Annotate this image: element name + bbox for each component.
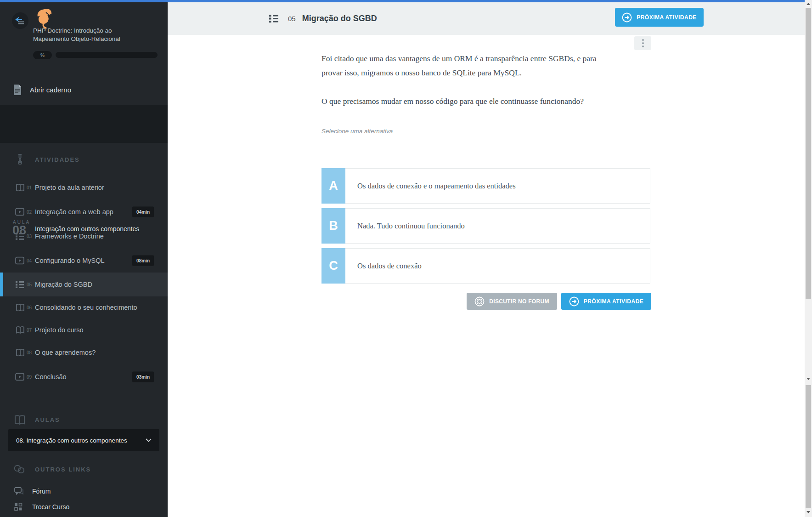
sidebar-item-activity-09[interactable]: 09 Conclusão 03min: [0, 365, 168, 388]
select-alternative-hint: Selecione uma alternativa: [321, 128, 619, 135]
book-icon: [15, 326, 25, 334]
activity-number: 02: [27, 210, 32, 215]
next-activity-button-label: PRÓXIMA ATIVIDADE: [637, 14, 697, 21]
sidebar-item-forum[interactable]: Fórum: [0, 484, 168, 498]
discuss-forum-button-label: DISCUTIR NO FORUM: [489, 298, 549, 305]
scroll-up-arrow-icon[interactable]: [806, 3, 810, 5]
sidebar-item-activity-04[interactable]: 04 Configurando o MySQL 08min: [0, 249, 168, 272]
activity-number: 09: [27, 375, 32, 380]
top-accent-bar: [0, 0, 805, 2]
other-links-header-label: OUTROS LINKS: [35, 466, 91, 473]
video-icon: [15, 257, 24, 265]
activity-duration-badge: 03min: [132, 372, 154, 382]
activity-label: O que aprendemos?: [35, 349, 96, 356]
option-text: Nada. Tudo continuou funcionando: [345, 208, 650, 244]
scrollbar-thumb-inner[interactable]: [806, 8, 811, 299]
activity-number: 03: [27, 234, 32, 239]
course-title-line2: Mapeamento Objeto-Relacional: [33, 35, 120, 43]
scrollbar-thumb-outer[interactable]: [806, 385, 811, 508]
activity-label: Consolidando o seu conhecimento: [35, 304, 137, 311]
aulas-section-header: AULAS: [0, 413, 168, 426]
more-options-button[interactable]: [634, 36, 651, 50]
progress-percentage-badge: %: [33, 51, 52, 59]
list-icon: [15, 281, 24, 289]
page-title: Migração do SGBD: [302, 14, 377, 23]
link-icon: [14, 464, 25, 475]
sidebar-item-activity-06[interactable]: 06 Consolidando o seu conhecimento: [0, 296, 168, 319]
aulas-header-label: AULAS: [35, 416, 60, 423]
sidebar-item-activity-03[interactable]: 03 Frameworks e Doctrine: [0, 225, 168, 248]
arrow-right-circle-icon: [622, 12, 632, 23]
sidebar-item-activity-05-current[interactable]: 05 Migração do SGBD: [0, 273, 168, 296]
activity-number: 04: [27, 258, 32, 263]
activity-label: Integração com a web app: [35, 208, 113, 216]
sidebar-item-activity-01[interactable]: 01 Projeto da aula anterior: [0, 176, 168, 199]
activity-label: Frameworks e Doctrine: [35, 233, 104, 240]
next-activity-button-top[interactable]: PRÓXIMA ATIVIDADE: [615, 8, 704, 27]
active-item-indicator: [0, 273, 3, 296]
course-title-line1: PHP Doctrine: Introdução ao: [33, 27, 120, 35]
video-icon: [15, 208, 24, 216]
next-activity-button-bottom[interactable]: PRÓXIMA ATIVIDADE: [561, 293, 651, 310]
list-icon: [269, 14, 279, 23]
sidebar-item-activity-02[interactable]: 02 Integração com a web app 04min: [0, 200, 168, 223]
activity-label: Migração do SGBD: [35, 281, 92, 288]
progress-percentage-label: %: [40, 53, 45, 58]
next-activity-button-label: PRÓXIMA ATIVIDADE: [584, 298, 644, 305]
sidebar-item-open-notebook[interactable]: Abrir caderno: [0, 79, 168, 100]
other-links-section-header: OUTROS LINKS: [0, 462, 168, 476]
activity-number: 01: [27, 185, 32, 190]
sidebar-item-activity-08[interactable]: 08 O que aprendemos?: [0, 341, 168, 364]
collapse-arrow-icon: [15, 17, 25, 24]
option-letter-badge: C: [321, 248, 345, 284]
book-icon: [15, 349, 25, 357]
activity-duration-badge: 04min: [132, 207, 154, 217]
arrow-right-circle-icon: [569, 296, 579, 307]
activity-number: 06: [27, 305, 32, 310]
change-course-link-label: Trocar Curso: [32, 503, 69, 511]
activity-header-title-group: 05 Migração do SGBD: [269, 2, 377, 35]
scroll-down-arrow-icon[interactable]: [806, 378, 810, 380]
option-letter-badge: B: [321, 208, 345, 244]
sidebar-item-activity-07[interactable]: 07 Projeto do curso: [0, 318, 168, 341]
flask-icon: [15, 153, 25, 166]
forum-link-label: Fórum: [32, 488, 51, 495]
answer-options-list: A Os dados de conexão e o mapeamento das…: [321, 168, 650, 288]
option-letter-badge: A: [321, 168, 345, 204]
collapse-sidebar-button[interactable]: [12, 12, 28, 29]
book-icon: [15, 304, 25, 312]
answer-option-a[interactable]: A Os dados de conexão e o mapeamento das…: [321, 168, 650, 204]
activity-number: 07: [27, 328, 32, 333]
answer-option-c[interactable]: C Os dados de conexão: [321, 248, 650, 284]
current-lesson-banner: AULA 08 Integração com outros componente…: [0, 105, 168, 143]
lesson-select-dropdown[interactable]: 08. Integração com outros componentes: [8, 429, 159, 451]
course-progress-bar: [56, 52, 158, 58]
activity-label: Conclusão: [35, 373, 67, 381]
question-paragraph-1: Foi citado que uma das vantagens de um O…: [321, 51, 619, 80]
chat-bubbles-icon: [14, 487, 23, 495]
kebab-menu-icon: [642, 39, 644, 47]
activity-number: 08: [27, 350, 32, 355]
question-paragraph-2: O que precisamos mudar em nosso código p…: [321, 94, 619, 108]
activity-number: 05: [27, 282, 32, 287]
grid-icon: [14, 503, 23, 511]
activities-section-header: ATIVIDADES: [0, 153, 168, 166]
activity-label: Configurando o MySQL: [35, 257, 105, 264]
vertical-scrollbar[interactable]: [805, 0, 812, 517]
list-icon: [15, 233, 24, 240]
scroll-down-arrow-icon[interactable]: [806, 511, 810, 513]
activity-label: Projeto da aula anterior: [35, 184, 104, 191]
chevron-down-icon: [146, 438, 152, 442]
lesson-select-value: 08. Integração com outros componentes: [16, 437, 146, 444]
book-icon: [15, 184, 25, 192]
lifebuoy-forum-icon: [474, 296, 485, 307]
activity-header-bar: 05 Migração do SGBD PRÓXIMA ATIVIDADE: [168, 2, 805, 35]
question-block: Foi citado que uma das vantagens de um O…: [321, 51, 619, 135]
activity-number: 05: [288, 15, 296, 23]
sidebar-item-change-course[interactable]: Trocar Curso: [0, 500, 168, 514]
discuss-forum-button[interactable]: DISCUTIR NO FORUM: [467, 293, 557, 310]
answer-option-b[interactable]: B Nada. Tudo continuou funcionando: [321, 208, 650, 244]
activities-header-label: ATIVIDADES: [35, 156, 80, 163]
course-sidebar: PHP Doctrine: Introdução ao Mapeamento O…: [0, 0, 168, 517]
activity-label: Projeto do curso: [35, 326, 84, 334]
